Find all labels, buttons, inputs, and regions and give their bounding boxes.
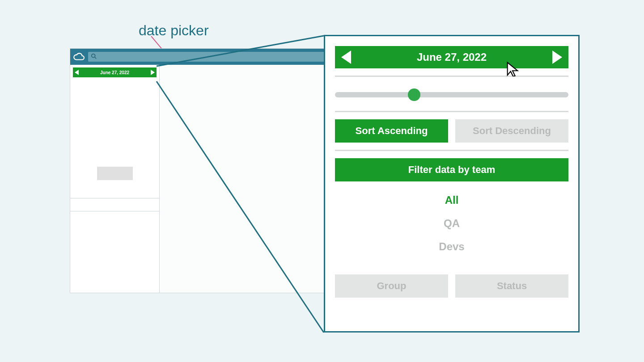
prev-date-icon[interactable] — [75, 70, 79, 75]
filter-options: All QA Devs — [335, 181, 568, 265]
divider — [335, 150, 568, 151]
next-date-icon[interactable] — [151, 70, 155, 75]
filter-option-qa[interactable]: QA — [444, 217, 460, 230]
filter-option-all[interactable]: All — [445, 194, 459, 206]
date-picker-mini-label: June 27, 2022 — [100, 70, 129, 75]
prev-date-button[interactable] — [341, 51, 351, 64]
app-sidebar: June 27, 2022 — [70, 65, 160, 293]
cloud-icon — [73, 52, 85, 62]
sort-descending-button[interactable]: Sort Descending — [455, 119, 568, 143]
divider — [335, 76, 568, 77]
next-date-button[interactable] — [552, 51, 562, 64]
svg-line-1 — [95, 57, 97, 59]
sort-ascending-button[interactable]: Sort Ascending — [335, 119, 448, 143]
status-button[interactable]: Status — [455, 274, 568, 298]
svg-point-0 — [92, 54, 95, 57]
date-picker-mini[interactable]: June 27, 2022 — [73, 67, 157, 77]
filter-option-devs[interactable]: Devs — [439, 240, 464, 253]
annotation-label: date picker — [139, 22, 209, 39]
sidebar-placeholder — [97, 167, 133, 180]
slider-thumb[interactable] — [408, 88, 420, 101]
divider — [335, 111, 568, 112]
date-picker-zoom-panel: June 27, 2022 Sort Ascending Sort Descen… — [324, 35, 580, 333]
current-date-label: June 27, 2022 — [417, 51, 487, 63]
date-navigator: June 27, 2022 — [335, 46, 568, 68]
date-slider[interactable] — [335, 92, 568, 97]
sidebar-placeholder-row — [70, 198, 159, 211]
filter-header: Filter data by team — [335, 158, 568, 181]
group-button[interactable]: Group — [335, 274, 448, 298]
cursor-icon — [505, 61, 520, 76]
search-icon — [91, 53, 97, 61]
